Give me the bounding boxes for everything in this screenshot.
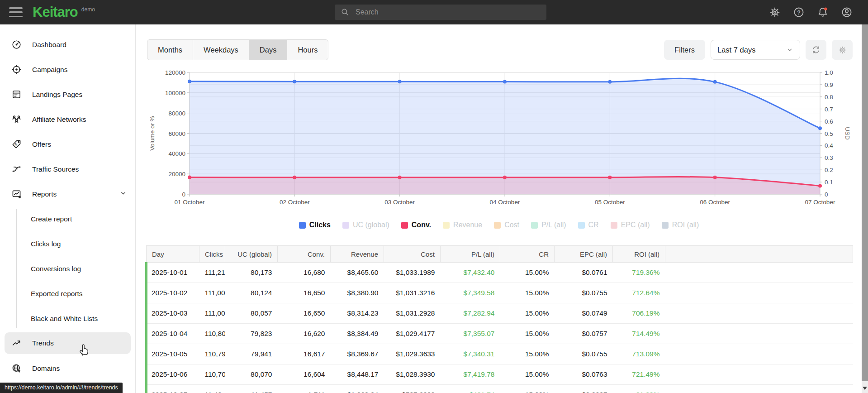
tab-months[interactable]: Months — [147, 40, 193, 60]
app-logo[interactable]: Keitaro — [33, 4, 78, 20]
sidebar-item-trends[interactable]: Trends — [5, 332, 131, 354]
legend-item-epc-all-[interactable]: EPC (all) — [611, 221, 650, 229]
data-point[interactable] — [398, 176, 402, 179]
chart-settings-button[interactable] — [832, 40, 853, 60]
table-cell: 16,650 — [278, 303, 331, 324]
date-range-select[interactable]: Last 7 days — [711, 40, 800, 60]
table-cell: 80,070 — [225, 364, 278, 385]
table-cell-filler — [665, 344, 853, 364]
table-cell: 2025-10-03 — [147, 303, 199, 324]
sidebar-item-label: Campaigns — [32, 66, 67, 74]
data-point[interactable] — [818, 184, 822, 187]
data-point[interactable] — [503, 176, 507, 179]
legend-label: P/L (all) — [541, 221, 566, 229]
sidebar-item-reports[interactable]: Reports — [0, 182, 135, 206]
hamburger-menu-icon[interactable] — [9, 7, 23, 17]
notifications-bell-icon[interactable] — [817, 6, 829, 18]
table-cell: 2025-10-05 — [147, 344, 199, 364]
data-point[interactable] — [188, 176, 191, 179]
sidebar-item-traffic-sources[interactable]: Traffic Sources — [0, 157, 135, 182]
legend-item-cost[interactable]: Cost — [494, 221, 519, 229]
table-cell: $1,029.3633 — [384, 344, 441, 364]
column-header-roi-all-[interactable]: ROI (all) — [613, 246, 665, 263]
table-cell: 16,620 — [278, 324, 331, 344]
data-point[interactable] — [293, 80, 296, 83]
legend-item-p-l-all-[interactable]: P/L (all) — [531, 221, 566, 229]
column-header-p-l-all-[interactable]: P/L (all) — [441, 246, 500, 263]
trends-chart: 01 October02 October03 October04 October… — [145, 69, 853, 210]
date-range-value: Last 7 days — [717, 46, 755, 54]
column-header-day[interactable]: Day — [147, 246, 199, 263]
sidebar-item-affiliate-networks[interactable]: Affiliate Networks — [0, 107, 135, 132]
search-input[interactable] — [355, 8, 537, 17]
left-axis-tick: 100000 — [165, 90, 185, 96]
data-point[interactable] — [713, 176, 717, 179]
reports-submenu: Create reportClicks logConversions logEx… — [0, 206, 135, 331]
account-icon[interactable] — [841, 6, 853, 18]
legend-item-revenue[interactable]: Revenue — [443, 221, 482, 229]
legend-item-uc-global-[interactable]: UC (global) — [342, 221, 389, 229]
legend-swatch — [299, 222, 306, 229]
data-point[interactable] — [608, 176, 612, 179]
table-cell: 721.49% — [613, 364, 665, 385]
data-point[interactable] — [503, 80, 507, 84]
data-point[interactable] — [188, 80, 191, 83]
sidebar-subitem-create-report[interactable]: Create report — [0, 206, 135, 231]
table-cell: 714.49% — [613, 324, 665, 344]
data-point[interactable] — [713, 80, 717, 84]
sidebar-subitem-conversions-log[interactable]: Conversions log — [0, 256, 135, 281]
right-axis-tick: 0.6 — [825, 118, 833, 125]
landings-icon — [11, 89, 22, 100]
refresh-button[interactable] — [806, 40, 826, 60]
sidebar-item-label: Landings Pages — [32, 91, 82, 99]
sidebar-item-domains[interactable]: Domains — [0, 356, 135, 381]
series-area-conv- — [190, 177, 820, 194]
legend-item-cr[interactable]: CR — [578, 221, 599, 229]
table-cell: 81.99% — [613, 385, 665, 393]
sidebar-subitem-black-and-white-lists[interactable]: Black and White Lists — [0, 306, 135, 331]
column-header-conv-[interactable]: Conv. — [278, 246, 331, 263]
scrollbar-down-arrow-icon[interactable] — [862, 384, 868, 392]
column-header-clicks[interactable]: Clicks — [199, 246, 225, 263]
tab-weekdays[interactable]: Weekdays — [193, 40, 249, 60]
tab-hours[interactable]: Hours — [287, 40, 328, 60]
table-cell: $1,028.3930 — [384, 364, 441, 385]
data-point[interactable] — [608, 80, 612, 84]
legend-item-roi-all-[interactable]: ROI (all) — [662, 221, 699, 229]
legend-item-conv-[interactable]: Conv. — [401, 221, 431, 229]
legend-label: ROI (all) — [672, 221, 699, 229]
chevron-down-icon[interactable] — [119, 189, 127, 199]
sidebar-item-landings-pages[interactable]: Landings Pages — [0, 82, 135, 107]
legend-swatch — [531, 222, 538, 229]
column-header-revenue[interactable]: Revenue — [331, 246, 384, 263]
legend-swatch — [443, 222, 450, 229]
data-point[interactable] — [398, 80, 402, 83]
browser-status-tooltip: https://demo.keitaro.io/admin/#!/trends/… — [0, 383, 123, 393]
page-scrollbar[interactable] — [862, 24, 868, 393]
domains-icon — [11, 363, 22, 374]
sidebar-subitem-exported-reports[interactable]: Exported reports — [0, 281, 135, 306]
column-header-cr[interactable]: CR — [500, 246, 555, 263]
x-axis-label: 01 October — [175, 199, 205, 206]
table-cell: $8,314.23 — [331, 303, 384, 324]
tab-days[interactable]: Days — [249, 40, 288, 60]
global-search[interactable] — [335, 5, 546, 20]
gear-icon[interactable] — [769, 6, 781, 18]
sidebar-subitem-clicks-log[interactable]: Clicks log — [0, 231, 135, 256]
legend-item-clicks[interactable]: Clicks — [299, 221, 331, 229]
table-cell: 11,40 — [199, 385, 225, 393]
data-point[interactable] — [818, 126, 822, 130]
column-header-epc-all-[interactable]: EPC (all) — [555, 246, 613, 263]
sidebar-item-dashboard[interactable]: Dashboard — [0, 32, 135, 57]
table-cell: $7,432.40 — [441, 263, 500, 283]
data-point[interactable] — [293, 176, 296, 179]
sidebar-item-offers[interactable]: $Offers — [0, 132, 135, 157]
scrollbar-thumb[interactable] — [862, 24, 868, 381]
help-icon[interactable]: ? — [793, 6, 805, 18]
notification-badge — [824, 8, 827, 10]
sidebar-item-campaigns[interactable]: Campaigns — [0, 57, 135, 82]
column-header-cost[interactable]: Cost — [384, 246, 441, 263]
filters-button[interactable]: Filters — [664, 40, 705, 60]
table-cell: 11,457 — [225, 385, 278, 393]
column-header-uc-global-[interactable]: UC (global) — [225, 246, 278, 263]
